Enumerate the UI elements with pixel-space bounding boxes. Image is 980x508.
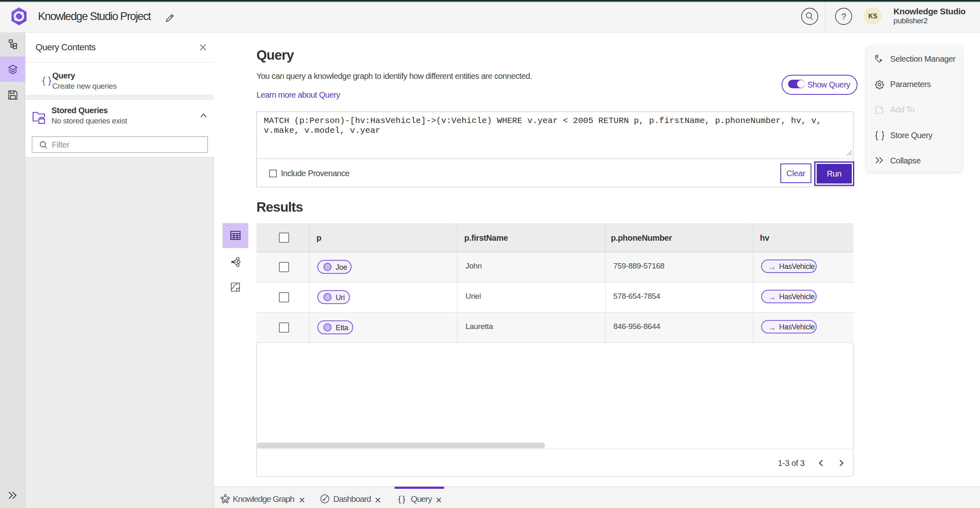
svg-text:?: ? [841, 11, 846, 22]
